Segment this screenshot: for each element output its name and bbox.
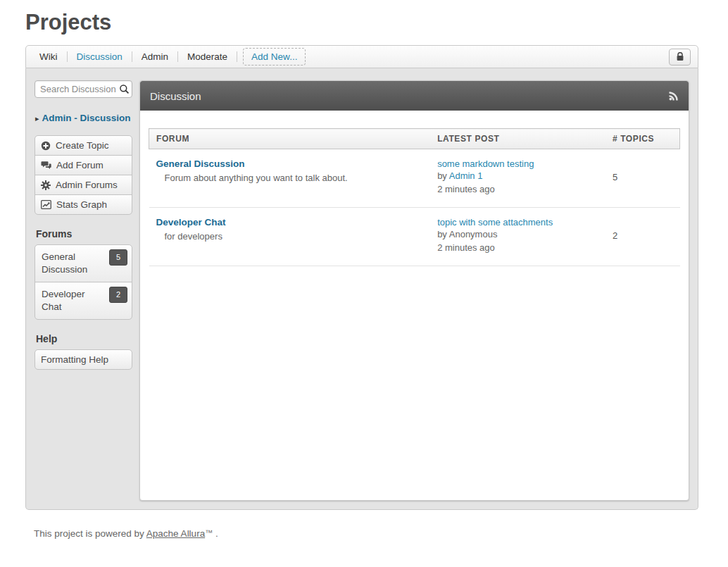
- triangle-right-icon: ▸: [35, 114, 39, 123]
- tab-admin[interactable]: Admin: [132, 51, 177, 62]
- plus-circle-icon: [41, 141, 51, 151]
- by-prefix: by: [437, 170, 449, 181]
- formatting-help-button[interactable]: Formatting Help: [34, 349, 132, 370]
- add-forum-button[interactable]: Add Forum: [34, 155, 132, 175]
- sidebar-actions: Create Topic Add Forum: [34, 135, 132, 215]
- main-panel: Discussion FORUM LATEST POST #: [139, 80, 689, 501]
- post-meta: by Anonymous: [437, 228, 598, 241]
- panel-title: Discussion: [150, 90, 201, 102]
- forum-name-link[interactable]: Developer Chat: [156, 217, 226, 228]
- rss-feed-button[interactable]: [669, 91, 679, 101]
- post-title-link[interactable]: topic with some attachments: [437, 217, 553, 228]
- page-title: Projects: [25, 10, 728, 35]
- lock-icon: [676, 52, 684, 61]
- add-forum-label: Add Forum: [56, 160, 103, 170]
- topics-count: 2: [605, 208, 680, 266]
- forum-description: for developers: [165, 231, 424, 242]
- forums-list: General Discussion 5 Developer Chat 2: [34, 244, 132, 320]
- trademark-symbol: ™: [205, 528, 213, 537]
- add-new-button[interactable]: Add New...: [243, 48, 306, 66]
- column-header-forum: FORUM: [149, 129, 431, 149]
- search-icon: [119, 84, 130, 94]
- column-header-topics: # TOPICS: [605, 129, 680, 149]
- table-header-row: FORUM LATEST POST # TOPICS: [149, 129, 680, 149]
- footer-period: .: [213, 528, 218, 539]
- rss-icon: [669, 91, 679, 101]
- formatting-help-label: Formatting Help: [41, 354, 108, 365]
- sidebar-item-developer-chat[interactable]: Developer Chat 2: [34, 282, 132, 320]
- nav-divider: [237, 51, 237, 62]
- topics-count: 5: [605, 149, 680, 208]
- post-author-link[interactable]: Admin 1: [449, 170, 483, 181]
- post-time: 2 minutes ago: [437, 183, 598, 196]
- post-meta: by Admin 1: [437, 170, 598, 182]
- column-header-latest-post: LATEST POST: [430, 129, 605, 149]
- chart-line-icon: [41, 200, 51, 209]
- app-frame: Wiki Discussion Admin Moderate Add New..…: [25, 45, 698, 510]
- top-nav: Wiki Discussion Admin Moderate Add New..…: [25, 45, 698, 68]
- forum-item-label: General Discussion: [42, 251, 87, 275]
- forum-table: FORUM LATEST POST # TOPICS General Discu…: [149, 128, 680, 266]
- post-author: Anonymous: [449, 229, 498, 239]
- forum-table-container: FORUM LATEST POST # TOPICS General Discu…: [140, 111, 689, 275]
- tab-wiki[interactable]: Wiki: [30, 51, 67, 62]
- tab-discussion[interactable]: Discussion: [68, 51, 132, 62]
- comments-icon: [41, 161, 51, 170]
- sidebar-item-general-discussion[interactable]: General Discussion 5: [34, 244, 132, 282]
- create-topic-label: Create Topic: [56, 140, 109, 151]
- post-title-link[interactable]: some markdown testing: [437, 158, 534, 169]
- post-time: 2 minutes ago: [437, 242, 598, 254]
- topic-count-badge: 5: [109, 249, 127, 266]
- footer: This project is powered by Apache Allura…: [34, 528, 728, 539]
- sidebar-breadcrumb-label: Admin - Discussion: [42, 113, 131, 123]
- search-box: [34, 80, 132, 98]
- topic-count-badge: 2: [109, 287, 127, 303]
- tab-moderate[interactable]: Moderate: [178, 51, 237, 62]
- forum-item-label: Developer Chat: [42, 289, 85, 312]
- latest-post-cell: some markdown testing by Admin 1 2 minut…: [430, 149, 605, 208]
- gear-icon: [41, 180, 51, 190]
- create-topic-button[interactable]: Create Topic: [34, 135, 132, 156]
- forum-cell: Developer Chat for developers: [149, 208, 431, 266]
- help-list: Formatting Help: [34, 349, 132, 370]
- search-input[interactable]: [34, 80, 132, 98]
- table-row: General Discussion Forum about anything …: [149, 149, 680, 208]
- help-section-header: Help: [36, 333, 132, 344]
- stats-graph-button[interactable]: Stats Graph: [34, 194, 132, 215]
- lock-button[interactable]: [669, 49, 691, 66]
- admin-forums-button[interactable]: Admin Forums: [34, 175, 132, 195]
- forums-section-header: Forums: [36, 228, 132, 239]
- forum-description: Forum about anything you want to talk ab…: [165, 173, 424, 183]
- admin-forums-label: Admin Forums: [56, 180, 118, 190]
- panel-header: Discussion: [140, 81, 689, 111]
- by-prefix: by: [437, 229, 449, 239]
- forum-name-link[interactable]: General Discussion: [156, 158, 245, 169]
- forum-cell: General Discussion Forum about anything …: [149, 149, 431, 208]
- stats-graph-label: Stats Graph: [56, 199, 107, 210]
- latest-post-cell: topic with some attachments by Anonymous…: [430, 208, 605, 266]
- apache-allura-link[interactable]: Apache Allura: [146, 528, 205, 539]
- content-area: ▸Admin - Discussion Create Topic: [25, 68, 698, 510]
- footer-text: This project is powered by: [34, 528, 146, 539]
- table-row: Developer Chat for developers topic with…: [149, 208, 680, 266]
- sidebar: ▸Admin - Discussion Create Topic: [34, 80, 132, 501]
- sidebar-item-admin-discussion[interactable]: ▸Admin - Discussion: [35, 112, 132, 125]
